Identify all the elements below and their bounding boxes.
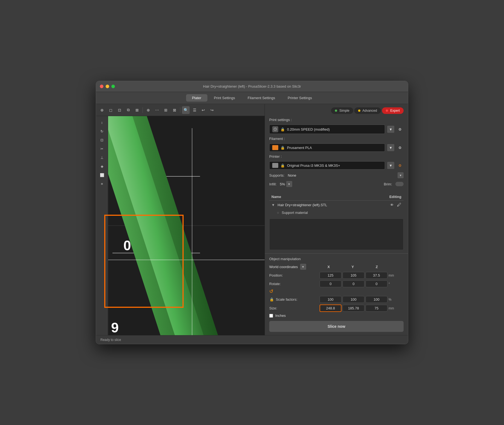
print-gear-btn[interactable]: ⚙ (396, 126, 404, 133)
x-axis-label: X (318, 265, 340, 269)
scale-y-input[interactable] (343, 296, 364, 303)
slice-now-button[interactable]: Slice now (269, 321, 404, 332)
toolbar-redo-btn[interactable]: ↪ (208, 106, 216, 114)
size-z-input[interactable] (366, 305, 387, 312)
filament-dropdown-btn[interactable]: ▼ (387, 144, 394, 151)
svg-text:9: 9 (111, 320, 119, 335)
mode-buttons: Simple Advanced Expert (269, 107, 404, 114)
window-title: Hair Dry+straightener (left) - PrusaSlic… (203, 84, 301, 88)
size-label: Size: (269, 306, 318, 310)
print-settings-input[interactable]: 🔒 0.20mm SPEED (modified) (269, 125, 385, 134)
filament-gear-btn[interactable]: ⚙ (396, 144, 404, 151)
toolbar-zoom-btn[interactable]: 🔍 (182, 106, 190, 114)
toolbar-list-btn[interactable]: ☰ (191, 106, 198, 114)
table-row-file: ▼ Hair Dry+straightener (left).STL 👁 🖊 (269, 201, 404, 209)
side-cut-btn[interactable]: ✂ (98, 145, 106, 153)
toolbar-mirror-btn[interactable]: ⊠ (171, 106, 178, 114)
mode-simple-btn[interactable]: Simple (331, 107, 353, 114)
coord-system-dropdown[interactable]: ▼ (300, 264, 306, 270)
toolbar-multiplate-btn[interactable]: ⧉ (124, 106, 132, 114)
print-settings-icon (272, 126, 278, 132)
mode-advanced-btn[interactable]: Advanced (354, 107, 381, 114)
toolbar-copy-btn[interactable]: ⊡ (116, 106, 123, 114)
close-button[interactable] (100, 85, 103, 88)
side-toolbar: ↕ ↻ ⊡ ✂ ⊥ ◈ ⬜ ≡ (96, 116, 108, 335)
tab-plater[interactable]: Plater (186, 94, 207, 102)
scale-z-input[interactable] (366, 296, 387, 303)
toolbar: ⊕ ◻ ⊡ ⧉ ⊠ ⊕ ⋯ ⊞ ⊠ 🔍 ☰ ↩ ↪ (96, 104, 265, 116)
toolbar-split-btn[interactable]: ⊠ (133, 106, 141, 114)
rotate-y-input[interactable] (343, 280, 364, 287)
position-x-input[interactable] (320, 272, 341, 279)
minimize-button[interactable] (106, 85, 109, 88)
toolbar-select-btn[interactable]: ◻ (107, 106, 115, 114)
side-seam-btn[interactable]: ◈ (98, 162, 106, 170)
tab-filament-settings[interactable]: Filament Settings (242, 94, 281, 102)
obj-manipulation-title: Object manipulation (269, 257, 404, 261)
tab-print-settings[interactable]: Print Settings (208, 94, 241, 102)
printer-label: Printer : (269, 154, 286, 159)
position-z-input[interactable] (366, 272, 387, 279)
printer-input[interactable]: 🔒 Original Prusa i3 MK3S & MK3S+ (269, 161, 385, 170)
filament-input[interactable]: 🔒 Prusament PLA (269, 143, 385, 152)
toolbar-settings-btn[interactable]: ⋯ (153, 106, 161, 114)
side-scale-btn[interactable]: ⊡ (98, 136, 106, 144)
toolbar-arrange-btn[interactable]: ⊕ (98, 106, 106, 114)
toolbar-sep-1 (143, 107, 143, 113)
tab-printer-settings[interactable]: Printer Settings (282, 94, 318, 102)
app-window: Hair Dry+straightener (left) - PrusaSlic… (96, 81, 408, 344)
toolbar-undo-btn[interactable]: ↩ (199, 106, 207, 114)
supports-dropdown-btn[interactable]: ▼ (398, 172, 404, 178)
side-support-btn[interactable]: ⊥ (98, 153, 106, 162)
toolbar-plate-btn[interactable]: ⊞ (162, 106, 170, 114)
edit-icon[interactable]: 🖊 (397, 202, 401, 207)
supports-label: Supports: (269, 173, 285, 177)
size-x-input[interactable] (320, 305, 341, 312)
inches-checkbox[interactable] (269, 314, 273, 318)
side-rotate-btn[interactable]: ↻ (98, 127, 106, 135)
position-y-input[interactable] (343, 272, 364, 279)
inches-row: Inches (269, 314, 404, 318)
side-move-btn[interactable]: ↕ (98, 118, 106, 127)
main-area: ⊕ ◻ ⊡ ⧉ ⊠ ⊕ ⋯ ⊞ ⊠ 🔍 ☰ ↩ ↪ ↕ ↻ ⊡ (96, 104, 408, 335)
rotate-unit: ° (389, 282, 402, 286)
inches-label: Inches (275, 314, 286, 318)
maximize-button[interactable] (111, 85, 115, 88)
filament-value-row: 🔒 Prusament PLA ▼ ⚙ (269, 143, 404, 152)
name-table-container: Name Editing ▼ Hair Dry+straightener (le… (265, 193, 408, 219)
rotate-x-input[interactable] (320, 280, 341, 287)
toolbar-add-btn[interactable]: ⊕ (144, 106, 152, 114)
print-settings-label: Print settings : (269, 118, 292, 122)
print-settings-value-row: 🔒 0.20mm SPEED (modified) ▼ ⚙ (269, 125, 404, 134)
print-dropdown-btn[interactable]: ▼ (387, 126, 394, 133)
size-y-input[interactable] (343, 305, 364, 312)
rotate-reset-btn[interactable]: ↺ (269, 288, 318, 294)
scale-x-input[interactable] (320, 296, 341, 303)
brim-label: Brim: (384, 182, 392, 186)
crosshair-horizontal (108, 260, 265, 260)
right-panel: Simple Advanced Expert Print settings : (265, 104, 408, 335)
scale-lock-icon[interactable]: 🔒 (269, 297, 274, 302)
position-label: Position: (269, 273, 318, 277)
side-layers-btn[interactable]: ≡ (98, 180, 106, 188)
eye-icon[interactable]: 👁 (390, 203, 394, 207)
brim-toggle[interactable] (395, 182, 404, 186)
printer-dropdown-btn[interactable]: ▼ (387, 162, 394, 169)
infill-label: Infill: (269, 182, 277, 186)
printer-value-row: 🔒 Original Prusa i3 MK3S & MK3S+ ▼ ⚙ (269, 161, 404, 170)
object-list-scroll[interactable] (269, 219, 404, 250)
file-name: ▼ Hair Dry+straightener (left).STL (269, 201, 375, 209)
rotate-z-input[interactable] (366, 280, 387, 287)
rotate-row: Rotate: ° ↺ (269, 280, 404, 294)
support-name: ○ Support material (269, 209, 375, 216)
printer-gear-btn[interactable]: ⚙ (396, 162, 404, 169)
y-axis-label: Y (342, 265, 364, 269)
infill-chevron-btn[interactable]: ▼ (286, 181, 292, 187)
canvas[interactable]: 11 0 9 (96, 116, 265, 335)
side-box-btn[interactable]: ⬜ (98, 171, 106, 179)
print-settings-row: Print settings : (269, 118, 404, 122)
right-panel-top: Simple Advanced Expert Print settings : (265, 104, 408, 193)
supports-value: None (288, 173, 394, 177)
traffic-lights (100, 85, 115, 88)
mode-expert-btn[interactable]: Expert (382, 107, 404, 114)
